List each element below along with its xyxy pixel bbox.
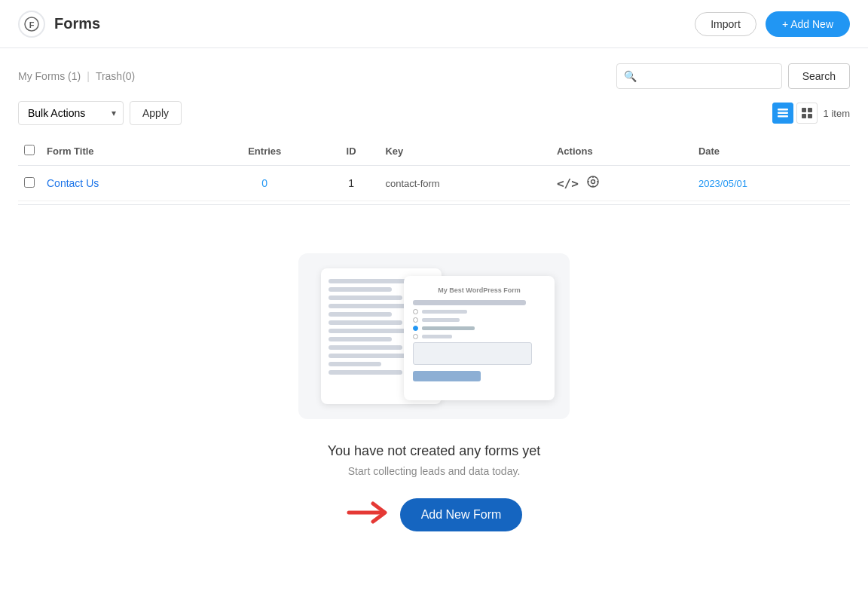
- header-right: Import + Add New: [695, 11, 850, 37]
- tab-separator: |: [87, 70, 90, 82]
- illus-radio-row: [413, 317, 546, 323]
- search-area: 🔍 Search: [616, 63, 850, 89]
- select-all-checkbox[interactable]: [24, 145, 35, 155]
- select-all-header: [18, 137, 41, 166]
- key-text: contact-form: [385, 178, 439, 189]
- illus-radio-row: [413, 309, 546, 314]
- illus-textarea: [413, 342, 532, 365]
- import-button[interactable]: Import: [695, 12, 756, 36]
- list-view-button[interactable]: [772, 103, 793, 124]
- bulk-actions-select[interactable]: Bulk Actions Delete: [18, 101, 124, 125]
- tab-trash[interactable]: Trash(0): [96, 70, 135, 82]
- illus-line: [329, 337, 392, 341]
- grid-view-button[interactable]: [796, 103, 818, 124]
- illus-line: [329, 320, 402, 325]
- illus-radio-row: [413, 326, 546, 331]
- bulk-actions-wrap: Bulk Actions Delete: [18, 101, 124, 125]
- tab-my-forms[interactable]: My Forms (1): [18, 70, 81, 82]
- row-form-title-cell: Contact Us: [41, 166, 206, 201]
- row-actions-cell: </>: [551, 166, 692, 201]
- illus-line: [329, 279, 413, 283]
- item-count: 1 item: [824, 108, 850, 119]
- illus-radio-line: [422, 318, 460, 322]
- illus-radio-line: [422, 335, 452, 338]
- empty-state-subtitle: Start collecting leads and data today.: [348, 465, 521, 477]
- empty-state-title: You have not created any forms yet: [328, 443, 541, 459]
- empty-state: My Best WordPress Form: [18, 223, 850, 577]
- illus-line: [329, 304, 413, 308]
- row-entries-cell: 0: [206, 166, 323, 201]
- illus-radio-filled: [413, 326, 418, 331]
- row-checkbox-cell: [18, 166, 41, 201]
- illus-line: [329, 354, 413, 358]
- row-key-cell: contact-form: [379, 166, 551, 201]
- col-entries: Entries: [206, 137, 323, 166]
- view-toggle: [772, 103, 818, 124]
- illus-radio: [413, 309, 418, 314]
- illus-line: [329, 329, 413, 333]
- code-icon[interactable]: </>: [557, 176, 579, 191]
- arrow-icon: [346, 499, 391, 531]
- search-input-wrap: 🔍: [616, 63, 782, 89]
- illus-button: [413, 371, 481, 381]
- entries-link[interactable]: 0: [261, 177, 267, 189]
- row-date-cell: 2023/05/01: [692, 166, 850, 201]
- illus-line: [329, 362, 381, 366]
- svg-rect-7: [802, 114, 806, 118]
- illus-radio-line: [422, 310, 467, 314]
- search-button[interactable]: Search: [788, 63, 850, 89]
- toolbar: Bulk Actions Delete Apply: [18, 101, 850, 125]
- svg-rect-6: [808, 108, 812, 112]
- illus-radio-line: [422, 326, 475, 330]
- forms-table: Form Title Entries ID Key Actions Date C…: [18, 137, 850, 201]
- illus-right-panel: My Best WordPress Form: [404, 276, 555, 400]
- svg-rect-3: [778, 112, 788, 115]
- col-id: ID: [323, 137, 380, 166]
- toolbar-left: Bulk Actions Delete Apply: [18, 101, 182, 125]
- illus-radio-row: [413, 334, 546, 339]
- row-checkbox[interactable]: [24, 177, 35, 188]
- illus-radio: [413, 334, 418, 339]
- date-text: 2023/05/01: [698, 178, 747, 189]
- settings-icon[interactable]: [586, 175, 600, 191]
- tab-bar: My Forms (1) | Trash(0): [18, 70, 135, 82]
- form-title-link[interactable]: Contact Us: [47, 177, 99, 189]
- divider: [18, 204, 850, 205]
- add-form-wrap: Add New Form: [346, 498, 523, 531]
- apply-button[interactable]: Apply: [130, 101, 182, 125]
- table-header-row: Form Title Entries ID Key Actions Date: [18, 137, 850, 166]
- form-illustration: My Best WordPress Form: [298, 253, 570, 419]
- svg-point-9: [588, 176, 598, 187]
- add-new-button[interactable]: + Add New: [766, 11, 850, 37]
- illus-radio: [413, 317, 418, 323]
- action-icons: </>: [557, 175, 686, 191]
- illus-form-title: My Best WordPress Form: [413, 286, 546, 294]
- illus-line: [329, 287, 392, 292]
- header-left: F Forms: [18, 11, 100, 38]
- illus-line: [329, 295, 402, 300]
- row-id-cell: 1: [323, 166, 380, 201]
- search-input[interactable]: [616, 63, 782, 89]
- main-content: My Forms (1) | Trash(0) 🔍 Search Bulk Ac…: [0, 48, 868, 592]
- col-date: Date: [692, 137, 850, 166]
- svg-point-10: [591, 180, 594, 184]
- svg-rect-4: [778, 115, 788, 118]
- add-new-form-button[interactable]: Add New Form: [400, 498, 523, 531]
- search-icon: 🔍: [624, 70, 637, 82]
- header: F Forms Import + Add New: [0, 0, 868, 48]
- toolbar-right: 1 item: [772, 103, 850, 124]
- illus-line: [329, 345, 402, 350]
- col-actions: Actions: [551, 137, 692, 166]
- table-row: Contact Us 0 1 contact-form </>: [18, 166, 850, 201]
- svg-rect-8: [808, 114, 812, 118]
- illus-line: [329, 370, 402, 375]
- logo-icon: F: [18, 11, 45, 38]
- col-key: Key: [379, 137, 551, 166]
- app-title: Forms: [54, 15, 100, 32]
- top-bar: My Forms (1) | Trash(0) 🔍 Search: [18, 63, 850, 89]
- illus-bar: [413, 300, 526, 305]
- svg-text:F: F: [29, 20, 35, 29]
- illus-line: [329, 312, 392, 317]
- col-form-title: Form Title: [41, 137, 206, 166]
- svg-rect-2: [778, 109, 788, 111]
